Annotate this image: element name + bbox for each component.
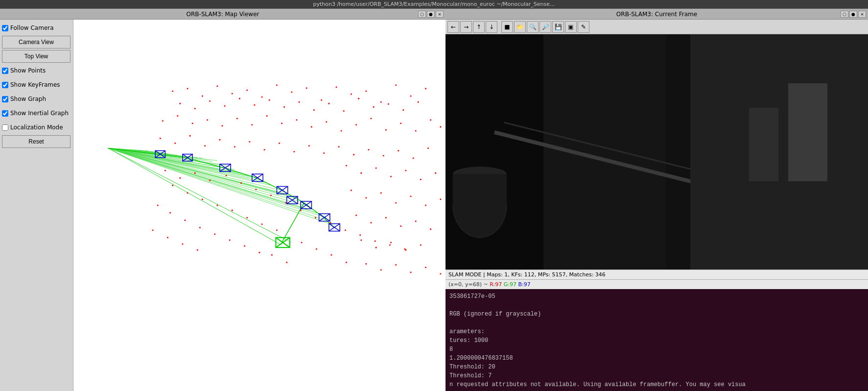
frame-minimize-btn[interactable]: ○ <box>841 11 848 18</box>
svg-point-138 <box>440 126 441 127</box>
svg-point-230 <box>286 262 287 263</box>
svg-point-115 <box>373 106 375 108</box>
toolbar-prev-btn[interactable]: ← <box>447 21 459 33</box>
toolbar-stop-btn[interactable]: ■ <box>501 21 513 33</box>
svg-point-214 <box>430 228 431 230</box>
svg-point-215 <box>360 239 362 241</box>
svg-rect-237 <box>543 34 666 269</box>
svg-point-201 <box>435 172 436 174</box>
show-points-checkbox[interactable] <box>2 68 8 74</box>
svg-point-151 <box>338 146 340 147</box>
svg-point-194 <box>197 249 198 251</box>
svg-point-219 <box>420 244 422 246</box>
svg-point-143 <box>219 139 220 141</box>
terminal: 353861727e-05 RGB (ignored if grayscale)… <box>446 289 868 391</box>
svg-point-153 <box>368 149 369 150</box>
svg-point-101 <box>425 88 426 89</box>
frame-close-btn[interactable]: × <box>858 11 866 18</box>
svg-point-137 <box>430 119 431 121</box>
svg-point-154 <box>383 155 384 156</box>
terminal-line-7: 8 <box>449 345 864 354</box>
svg-point-149 <box>308 145 310 147</box>
map-canvas[interactable] <box>73 20 446 391</box>
toolbar-zoom-out-btn[interactable]: 🔎 <box>540 21 551 33</box>
toolbar-layout-btn[interactable]: ▣ <box>565 21 577 33</box>
svg-point-150 <box>323 152 325 154</box>
reset-button[interactable]: Reset <box>2 135 70 148</box>
svg-point-224 <box>425 267 426 268</box>
follow-camera-checkbox[interactable] <box>2 25 8 31</box>
camera-view-button[interactable]: Camera View <box>2 36 70 49</box>
svg-point-106 <box>239 98 240 99</box>
toolbar-edit-btn[interactable]: ✎ <box>578 21 589 33</box>
svg-point-142 <box>204 145 206 147</box>
svg-point-84 <box>172 90 173 92</box>
svg-point-89 <box>246 89 248 91</box>
svg-point-105 <box>224 105 226 107</box>
svg-point-88 <box>232 93 233 94</box>
svg-point-199 <box>405 170 406 171</box>
svg-point-225 <box>440 273 441 274</box>
show-graph-checkbox[interactable] <box>2 96 8 102</box>
toolbar-zoom-in-btn[interactable]: 🔍 <box>527 21 539 33</box>
follow-camera-row: Follow Camera <box>2 22 71 34</box>
svg-point-172 <box>375 240 376 242</box>
localization-mode-label: Localization Mode <box>10 124 63 131</box>
svg-point-131 <box>341 130 342 131</box>
svg-point-125 <box>251 124 253 125</box>
pixel-prefix: (x=0, y=68) ~ <box>448 281 488 288</box>
show-inertial-checkbox[interactable] <box>2 110 8 117</box>
map-svg <box>73 20 446 391</box>
svg-point-122 <box>207 119 208 121</box>
svg-point-133 <box>370 118 372 119</box>
toolbar-next-btn[interactable]: → <box>460 21 472 33</box>
toolbar-up-btn[interactable]: ↑ <box>473 21 485 33</box>
localization-mode-checkbox[interactable] <box>2 124 8 131</box>
show-keyframes-checkbox[interactable] <box>2 82 8 88</box>
svg-point-140 <box>174 143 176 144</box>
top-view-button[interactable]: Top View <box>2 50 70 63</box>
svg-point-176 <box>187 192 188 194</box>
svg-point-217 <box>390 242 392 243</box>
svg-point-124 <box>236 118 238 119</box>
map-close-btn[interactable]: × <box>436 11 444 18</box>
map-content: Follow Camera Camera View Top View Show … <box>0 20 446 391</box>
svg-point-182 <box>276 229 278 231</box>
svg-point-90 <box>261 97 263 98</box>
svg-point-155 <box>398 150 399 151</box>
svg-point-87 <box>216 85 218 87</box>
toolbar-down-btn[interactable]: ↓ <box>486 21 497 33</box>
top-bar: python3 /home/user/ORB_SLAM3/Examples/Mo… <box>0 0 868 9</box>
svg-point-165 <box>270 195 272 196</box>
terminal-line-11: n requested attributes not available. Us… <box>449 380 864 389</box>
terminal-line-1: 353861727e-05 <box>449 292 864 301</box>
toolbar-open-btn[interactable]: 📁 <box>514 21 526 33</box>
svg-point-161 <box>209 180 211 181</box>
map-minimize-btn[interactable]: ○ <box>418 11 426 18</box>
svg-point-102 <box>179 103 181 104</box>
svg-point-156 <box>413 157 414 159</box>
svg-point-99 <box>395 84 397 86</box>
svg-point-146 <box>264 149 265 150</box>
svg-point-158 <box>164 170 166 171</box>
svg-point-171 <box>359 234 361 236</box>
svg-point-209 <box>355 215 357 216</box>
map-viewer: ORB-SLAM3: Map Viewer ○ ● × Follow Camer… <box>0 9 446 391</box>
toolbar-save-btn[interactable]: 💾 <box>552 21 564 33</box>
frame-maximize-btn[interactable]: ● <box>849 11 857 18</box>
svg-point-228 <box>316 248 317 250</box>
svg-point-120 <box>177 115 178 117</box>
map-maximize-btn[interactable]: ● <box>427 11 435 18</box>
svg-point-186 <box>199 227 201 228</box>
svg-point-85 <box>187 88 188 89</box>
svg-point-94 <box>321 99 322 101</box>
svg-point-203 <box>365 197 367 198</box>
svg-point-213 <box>415 220 417 222</box>
pixel-info-bar: (x=0, y=68) ~ R:97 G:97 B:97 <box>446 279 868 289</box>
slam-mode-text: SLAM MODE | Maps: 1, KFs: 112, MPs: 5157… <box>448 271 606 278</box>
svg-point-123 <box>221 125 223 126</box>
frame-toolbar: ← → ↑ ↓ ■ 📁 🔍 🔎 💾 ▣ ✎ <box>446 20 868 34</box>
svg-point-141 <box>189 135 191 137</box>
svg-point-205 <box>395 202 397 203</box>
pixel-g-label: G: <box>504 281 510 288</box>
